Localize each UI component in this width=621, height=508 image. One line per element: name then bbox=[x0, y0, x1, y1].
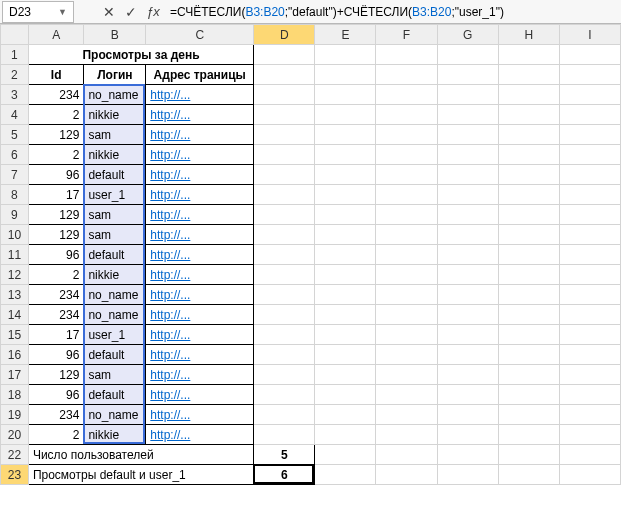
cell[interactable] bbox=[498, 385, 559, 405]
cell-login[interactable]: default bbox=[84, 165, 146, 185]
cell[interactable] bbox=[498, 85, 559, 105]
cell[interactable] bbox=[376, 45, 437, 65]
cell[interactable] bbox=[254, 105, 315, 125]
row-header-7[interactable]: 7 bbox=[1, 165, 29, 185]
cell-login[interactable]: no_name bbox=[84, 285, 146, 305]
cell[interactable] bbox=[498, 425, 559, 445]
row-header-4[interactable]: 4 bbox=[1, 105, 29, 125]
row-header-8[interactable]: 8 bbox=[1, 185, 29, 205]
row-header-16[interactable]: 16 bbox=[1, 345, 29, 365]
cell[interactable] bbox=[437, 405, 498, 425]
fx-icon[interactable]: ƒx bbox=[142, 4, 164, 19]
cell[interactable] bbox=[254, 405, 315, 425]
cell-login[interactable]: default bbox=[84, 345, 146, 365]
cell-id[interactable]: 234 bbox=[28, 85, 83, 105]
cell[interactable] bbox=[315, 385, 376, 405]
cell[interactable] bbox=[315, 185, 376, 205]
link[interactable]: http://... bbox=[150, 388, 190, 402]
cell[interactable] bbox=[437, 445, 498, 465]
cell[interactable] bbox=[498, 145, 559, 165]
cell[interactable] bbox=[254, 185, 315, 205]
cell-url[interactable]: http://... bbox=[146, 405, 254, 425]
cell[interactable] bbox=[559, 345, 620, 365]
row-header-3[interactable]: 3 bbox=[1, 85, 29, 105]
cell-url[interactable]: http://... bbox=[146, 425, 254, 445]
cell-id[interactable]: 96 bbox=[28, 385, 83, 405]
cell[interactable] bbox=[437, 345, 498, 365]
cell[interactable] bbox=[437, 305, 498, 325]
col-header-A[interactable]: A bbox=[28, 25, 83, 45]
cell-login[interactable]: default bbox=[84, 245, 146, 265]
cell[interactable] bbox=[315, 405, 376, 425]
row-header-11[interactable]: 11 bbox=[1, 245, 29, 265]
cell[interactable] bbox=[437, 285, 498, 305]
row-header-10[interactable]: 10 bbox=[1, 225, 29, 245]
cell[interactable] bbox=[315, 165, 376, 185]
cell[interactable] bbox=[437, 265, 498, 285]
cell[interactable] bbox=[559, 85, 620, 105]
cell-login[interactable]: nikkie bbox=[84, 425, 146, 445]
link[interactable]: http://... bbox=[150, 368, 190, 382]
row-header-13[interactable]: 13 bbox=[1, 285, 29, 305]
link[interactable]: http://... bbox=[150, 288, 190, 302]
formula-input[interactable]: =СЧЁТЕСЛИ(B3:B20;"default")+СЧЁТЕСЛИ(B3:… bbox=[164, 5, 621, 19]
cell[interactable] bbox=[376, 245, 437, 265]
cell[interactable] bbox=[254, 265, 315, 285]
cell-url[interactable]: http://... bbox=[146, 365, 254, 385]
cell[interactable] bbox=[437, 205, 498, 225]
cell[interactable] bbox=[315, 85, 376, 105]
cell[interactable] bbox=[315, 445, 376, 465]
cell[interactable] bbox=[559, 245, 620, 265]
row-header-1[interactable]: 1 bbox=[1, 45, 29, 65]
col-header-E[interactable]: E bbox=[315, 25, 376, 45]
cell[interactable] bbox=[498, 305, 559, 325]
link[interactable]: http://... bbox=[150, 108, 190, 122]
cell-url[interactable]: http://... bbox=[146, 385, 254, 405]
cell[interactable] bbox=[498, 445, 559, 465]
cell[interactable] bbox=[315, 285, 376, 305]
cell-login[interactable]: sam bbox=[84, 205, 146, 225]
cell-id[interactable]: 96 bbox=[28, 165, 83, 185]
cell-id[interactable]: 2 bbox=[28, 145, 83, 165]
row-header-17[interactable]: 17 bbox=[1, 365, 29, 385]
cell[interactable] bbox=[437, 65, 498, 85]
cell-login[interactable]: sam bbox=[84, 225, 146, 245]
row-header-22[interactable]: 22 bbox=[1, 445, 29, 465]
cell[interactable] bbox=[559, 405, 620, 425]
cell[interactable] bbox=[559, 185, 620, 205]
cell[interactable] bbox=[254, 305, 315, 325]
cell[interactable] bbox=[437, 45, 498, 65]
cell[interactable] bbox=[437, 385, 498, 405]
cell[interactable] bbox=[559, 285, 620, 305]
cell-login[interactable]: user_1 bbox=[84, 325, 146, 345]
cell-url[interactable]: http://... bbox=[146, 85, 254, 105]
cell[interactable] bbox=[254, 65, 315, 85]
col-header-D[interactable]: D bbox=[254, 25, 315, 45]
cell[interactable] bbox=[376, 225, 437, 245]
select-all-corner[interactable] bbox=[1, 25, 29, 45]
col-header-H[interactable]: H bbox=[498, 25, 559, 45]
cell[interactable] bbox=[376, 265, 437, 285]
header-login[interactable]: Логин bbox=[84, 65, 146, 85]
cell[interactable] bbox=[498, 65, 559, 85]
cell[interactable] bbox=[498, 345, 559, 365]
cell[interactable] bbox=[315, 365, 376, 385]
cell[interactable] bbox=[437, 465, 498, 485]
cell-login[interactable]: user_1 bbox=[84, 185, 146, 205]
cell-id[interactable]: 2 bbox=[28, 265, 83, 285]
cell[interactable] bbox=[315, 205, 376, 225]
col-header-G[interactable]: G bbox=[437, 25, 498, 45]
cell[interactable] bbox=[376, 325, 437, 345]
cell[interactable] bbox=[559, 225, 620, 245]
cell[interactable] bbox=[559, 205, 620, 225]
cell[interactable] bbox=[498, 185, 559, 205]
cell-id[interactable]: 96 bbox=[28, 345, 83, 365]
cell[interactable] bbox=[437, 165, 498, 185]
cell[interactable] bbox=[254, 45, 315, 65]
cell[interactable] bbox=[559, 165, 620, 185]
header-addr[interactable]: Адрес траницы bbox=[146, 65, 254, 85]
cell-login[interactable]: sam bbox=[84, 125, 146, 145]
link[interactable]: http://... bbox=[150, 348, 190, 362]
cell-id[interactable]: 129 bbox=[28, 205, 83, 225]
cell-url[interactable]: http://... bbox=[146, 105, 254, 125]
